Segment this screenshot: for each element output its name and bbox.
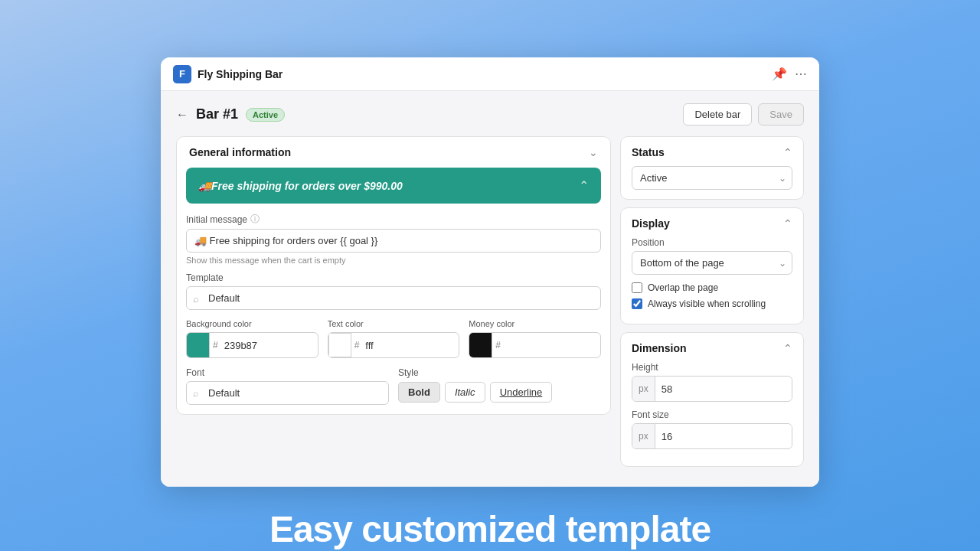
app-window: F Fly Shipping Bar 📌 ⋯ ← Bar #1 Active D… bbox=[161, 57, 819, 487]
text-color-input[interactable] bbox=[362, 337, 459, 354]
dimension-section: Dimension ⌃ Height px Font size bbox=[620, 332, 804, 467]
preview-bar-text: 🚚Free shipping for orders over $990.00 bbox=[198, 180, 403, 192]
status-badge: Active bbox=[246, 108, 285, 122]
general-chevron-icon: ⌄ bbox=[589, 146, 598, 158]
style-label: Style bbox=[398, 367, 601, 378]
bg-color-input-row: # bbox=[186, 332, 318, 358]
font-size-input-wrap: px bbox=[632, 423, 792, 449]
template-input[interactable] bbox=[186, 286, 601, 310]
text-color-label: Text color bbox=[328, 319, 460, 328]
font-search-icon: ⌕ bbox=[193, 388, 198, 399]
pin-icon[interactable]: 📌 bbox=[772, 67, 787, 81]
status-select-wrap: Active Inactive ⌄ bbox=[632, 166, 792, 190]
page-title: Bar #1 bbox=[196, 106, 238, 122]
always-visible-checkbox-row: Always visible when scrolling bbox=[632, 298, 792, 309]
font-input[interactable] bbox=[186, 381, 389, 405]
underline-button[interactable]: Underline bbox=[490, 382, 553, 403]
position-select[interactable]: Bottom of the page Top of the page bbox=[632, 251, 792, 275]
height-input[interactable] bbox=[655, 379, 792, 399]
height-input-wrap: px bbox=[632, 376, 792, 402]
height-label: Height bbox=[632, 362, 792, 373]
status-section-title: Status bbox=[632, 146, 665, 158]
content-area: ← Bar #1 Active Delete bar Save General … bbox=[161, 91, 819, 487]
top-bar-right: 📌 ⋯ bbox=[772, 67, 807, 81]
main-layout: General information ⌄ 🚚Free shipping for… bbox=[176, 136, 804, 474]
always-visible-label[interactable]: Always visible when scrolling bbox=[648, 298, 766, 309]
height-unit: px bbox=[632, 377, 655, 401]
style-buttons: Bold Italic Underline bbox=[398, 382, 601, 403]
display-section-title: Display bbox=[632, 217, 670, 230]
dimension-chevron-icon: ⌃ bbox=[783, 342, 792, 354]
template-search-icon: ⌕ bbox=[193, 292, 199, 304]
font-size-input[interactable] bbox=[655, 426, 792, 447]
height-row: Height px bbox=[632, 362, 792, 402]
dimension-section-title: Dimension bbox=[632, 342, 687, 354]
money-color-hash: # bbox=[492, 340, 504, 350]
position-label: Position bbox=[632, 237, 792, 248]
template-label: Template bbox=[186, 272, 601, 283]
back-arrow-icon[interactable]: ← bbox=[176, 108, 188, 122]
status-chevron-icon: ⌃ bbox=[783, 146, 792, 158]
overlap-checkbox[interactable] bbox=[632, 282, 642, 293]
text-color-hash: # bbox=[351, 340, 363, 350]
font-size-row: Font size px bbox=[632, 409, 792, 449]
text-color-group: Text color # bbox=[328, 319, 460, 358]
bg-color-swatch[interactable] bbox=[187, 333, 210, 357]
preview-chevron-icon: ⌃ bbox=[579, 178, 589, 193]
top-bar: F Fly Shipping Bar 📌 ⋯ bbox=[161, 57, 819, 91]
delete-bar-button[interactable]: Delete bar bbox=[683, 103, 752, 126]
money-color-swatch[interactable] bbox=[469, 333, 492, 357]
font-size-label: Font size bbox=[632, 409, 792, 420]
display-section: Display ⌃ Position Bottom of the page To… bbox=[620, 207, 804, 324]
bg-color-input[interactable] bbox=[221, 337, 318, 354]
money-color-label: Money color bbox=[469, 319, 601, 328]
tagline-section: Easy customized template bbox=[270, 508, 710, 550]
left-panel: General information ⌄ 🚚Free shipping for… bbox=[176, 136, 611, 474]
template-input-wrap: ⌕ bbox=[186, 286, 601, 310]
money-color-group: Money color # bbox=[469, 319, 601, 358]
font-group: Font ⌕ bbox=[186, 367, 389, 405]
display-section-header[interactable]: Display ⌃ bbox=[621, 208, 803, 237]
font-size-unit: px bbox=[632, 424, 655, 448]
dimension-body: Height px Font size px bbox=[621, 362, 803, 466]
general-information-section: General information ⌄ 🚚Free shipping for… bbox=[176, 136, 611, 415]
help-icon: ⓘ bbox=[250, 213, 260, 226]
page-header: ← Bar #1 Active Delete bar Save bbox=[176, 103, 804, 126]
app-title: Fly Shipping Bar bbox=[198, 68, 283, 80]
initial-message-hint: Show this message when the cart is empty bbox=[186, 256, 601, 265]
general-section-title: General information bbox=[189, 146, 291, 158]
status-section: Status ⌃ Active Inactive ⌄ bbox=[620, 136, 804, 200]
bold-button[interactable]: Bold bbox=[398, 382, 440, 403]
bg-color-hash: # bbox=[210, 340, 221, 350]
general-section-header[interactable]: General information ⌄ bbox=[177, 137, 610, 168]
dimension-section-header[interactable]: Dimension ⌃ bbox=[621, 333, 803, 362]
overlap-checkbox-row: Overlap the page bbox=[632, 282, 792, 293]
display-body: Position Bottom of the page Top of the p… bbox=[621, 237, 803, 324]
form-section: Initial message ⓘ Show this message when… bbox=[177, 213, 610, 414]
font-style-row: Font ⌕ Style Bold Italic bbox=[186, 367, 601, 405]
money-color-input[interactable] bbox=[504, 337, 600, 354]
always-visible-checkbox[interactable] bbox=[632, 298, 642, 309]
italic-button[interactable]: Italic bbox=[445, 382, 485, 403]
font-label: Font bbox=[186, 367, 389, 378]
right-panel: Status ⌃ Active Inactive ⌄ Display bbox=[620, 136, 804, 474]
status-section-header[interactable]: Status ⌃ bbox=[621, 137, 803, 166]
save-button[interactable]: Save bbox=[758, 103, 804, 126]
text-color-swatch[interactable] bbox=[328, 333, 351, 357]
colors-row: Background color # Text color bbox=[186, 319, 601, 358]
money-color-input-row: # bbox=[469, 332, 601, 358]
bg-color-label: Background color bbox=[186, 319, 318, 328]
text-color-input-row: # bbox=[328, 332, 460, 358]
more-options-icon[interactable]: ⋯ bbox=[795, 67, 807, 81]
preview-bar: 🚚Free shipping for orders over $990.00 ⌃ bbox=[186, 168, 601, 204]
status-select[interactable]: Active Inactive bbox=[632, 166, 792, 190]
initial-message-label: Initial message ⓘ bbox=[186, 213, 601, 226]
top-bar-left: F Fly Shipping Bar bbox=[173, 65, 283, 83]
style-group: Style Bold Italic Underline bbox=[398, 367, 601, 405]
initial-message-input[interactable] bbox=[186, 229, 601, 253]
app-icon: F bbox=[173, 65, 191, 83]
overlap-label[interactable]: Overlap the page bbox=[648, 282, 718, 293]
page-header-left: ← Bar #1 Active bbox=[176, 106, 285, 122]
tagline-text: Easy customized template bbox=[270, 508, 710, 550]
header-buttons: Delete bar Save bbox=[683, 103, 804, 126]
